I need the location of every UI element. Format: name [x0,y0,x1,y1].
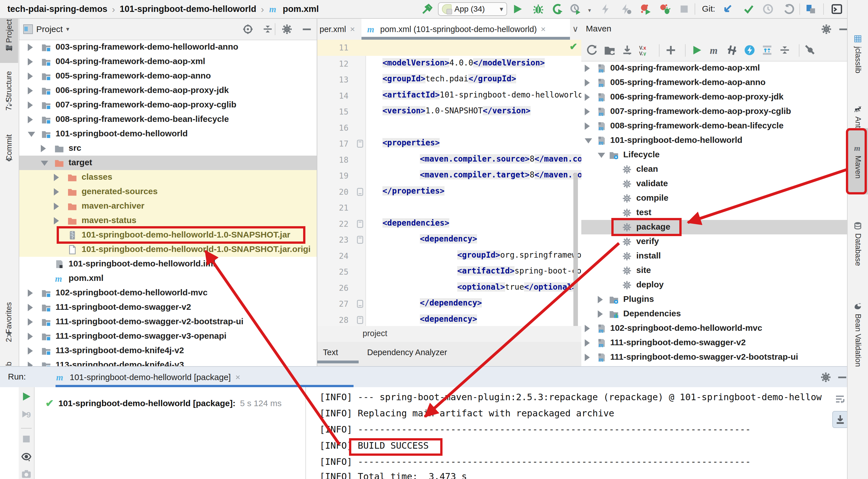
tree-row[interactable]: maven-status [19,213,317,228]
tree-row[interactable]: m111-springboot-demo-swagger-v2-bootstra… [581,350,847,364]
tree-expand-down-icon[interactable] [28,132,35,137]
code-line[interactable]: <properties> [382,138,440,147]
show-versions-button[interactable]: V.xV.y [639,44,650,57]
tree-expand-right-icon[interactable] [585,108,590,115]
tree-row[interactable]: Plugins [581,292,847,307]
collapse-all-button[interactable] [262,24,273,36]
stop-button[interactable] [21,433,32,446]
soft-wrap-button[interactable] [835,393,846,406]
editor-tab-mapper-xml[interactable]: per.xml× [317,19,363,40]
run-tab[interactable]: m101-springboot-demo-helloworld [package… [56,367,240,388]
tree-row[interactable]: 102-springboot-demo-helloworld-mvc [19,286,317,300]
resume-build-button[interactable]: 9 [21,409,32,421]
tree-expand-right-icon[interactable] [54,188,59,196]
tree-expand-right-icon[interactable] [585,93,590,101]
build-button[interactable] [422,3,433,16]
code-line[interactable]: <version>1.0-SNAPSHOT</version> [382,106,531,115]
rerun-debug-lightning-button[interactable] [621,3,632,16]
tree-row[interactable]: 113-springboot-demo-knife4j-v3 [19,358,317,366]
tree-row[interactable]: m008-spring-framework-demo-bean-lifecycl… [581,119,847,133]
execute-goal-button[interactable]: m [709,44,720,57]
skip-tests-button[interactable] [726,44,738,57]
tree-row[interactable]: m007-spring-framework-demo-aop-proxy-cgl… [581,104,847,119]
sidebar-item-jclasslib[interactable]: jclasslib [847,23,868,85]
offline-button[interactable] [744,44,755,57]
run-button[interactable] [512,3,523,16]
fold-marker-end[interactable] [357,300,363,308]
download-sources-button[interactable] [622,44,633,57]
tree-expand-right-icon[interactable] [598,310,603,318]
breadcrumb-item[interactable]: 101-springboot-demo-helloworld [120,4,256,14]
tree-expand-right-icon[interactable] [54,203,59,210]
tree-row[interactable]: m111-springboot-demo-swagger-v2 [581,336,847,350]
run-result-row[interactable]: ✔101-springboot-demo-helloworld [package… [45,397,282,409]
code-line[interactable]: <modelVersion>4.0.0</modelVersion> [382,58,545,67]
tree-expand-down-icon[interactable] [41,161,48,166]
tree-expand-right-icon[interactable] [585,354,590,361]
tree-row[interactable]: 007-spring-framework-demo-aop-proxy-cgli… [19,98,317,112]
tree-expand-right-icon[interactable] [28,72,33,80]
tree-row[interactable]: 003-spring-framework-demo-helloworld-ann… [19,40,317,54]
tree-row[interactable]: target [19,156,317,170]
code-line[interactable]: <maven.compiler.source>8</maven.compiler… [420,154,583,163]
tab-list-button[interactable]: ∨ [572,24,579,34]
code-line[interactable]: <groupId>org.springframework.boot</group… [457,250,583,260]
coverage-button[interactable] [552,3,563,16]
tree-row[interactable]: m006-spring-framework-demo-aop-proxy-jdk [581,90,847,104]
tree-expand-right-icon[interactable] [598,296,603,303]
code-line[interactable]: <optional>true</optional> [457,282,577,292]
generate-sources-button[interactable] [604,44,615,57]
tree-row[interactable]: 004-spring-framework-demo-aop-xml [19,54,317,69]
breadcrumb-item[interactable]: pom.xml [283,4,319,14]
tree-expand-right-icon[interactable] [28,318,33,326]
scroll-to-end-button[interactable] [832,411,847,428]
tree-expand-right-icon[interactable] [585,65,590,72]
rerun-button[interactable] [21,391,32,403]
fold-marker-start[interactable] [357,236,363,244]
profiler-button[interactable] [570,3,581,16]
tree-row[interactable]: m102-springboot-demo-helloworld-mvc [581,321,847,336]
tree-row[interactable]: 111-springboot-demo-swagger-v2-bootstrap… [19,315,317,329]
tree-expand-right-icon[interactable] [28,347,33,355]
code-line[interactable]: <maven.compiler.target>8</maven.compiler… [420,170,583,179]
tree-row[interactable]: 111-springboot-demo-swagger-v3-openapi [19,329,317,343]
tree-expand-right-icon[interactable] [28,362,33,366]
tree-expand-right-icon[interactable] [28,43,33,51]
tree-row[interactable]: 113-springboot-demo-knife4j-v2 [19,343,317,358]
inspection-indicator[interactable]: ✔ [569,41,578,52]
tree-expand-right-icon[interactable] [28,116,33,123]
locate-button[interactable] [243,24,253,36]
tree-row[interactable]: compile [581,191,847,206]
sidebar-item-1-project[interactable]: 1: Project [0,19,18,63]
code-line[interactable]: <dependency> [420,314,477,324]
tree-expand-right-icon[interactable] [54,174,59,181]
fold-marker-start[interactable] [357,316,363,324]
breadcrumb-item[interactable]: tech-pdai-spring-demos [7,4,107,14]
tree-row[interactable]: 101-springboot-demo-helloworld-1.0-SNAPS… [19,242,317,257]
tab-text[interactable]: Text [323,342,338,363]
tree-expand-right-icon[interactable] [54,217,59,224]
close-icon[interactable]: × [350,24,355,34]
sidebar-item-database[interactable]: Database [847,211,868,276]
maven-settings-button[interactable] [821,24,832,36]
run-hide-button[interactable] [837,372,847,384]
run-config-select[interactable]: App (34)▾ [438,2,507,16]
tree-row[interactable]: generated-sources [19,184,317,199]
git-rollback-button[interactable] [783,3,794,16]
editor-scrollbar[interactable] [574,173,578,337]
attach-profiler-button[interactable] [640,3,651,16]
tree-row[interactable]: site [581,263,847,278]
tree-row[interactable]: verify [581,234,847,249]
tree-expand-right-icon[interactable] [28,289,33,297]
code-line[interactable]: <dependencies> [382,218,449,228]
toggle-sync-button[interactable] [762,44,773,57]
tree-expand-right-icon[interactable] [28,333,33,340]
tree-row[interactable]: install [581,249,847,263]
maven-settings-button[interactable] [805,44,816,57]
breadcrumb-project[interactable]: project [363,329,387,338]
tree-row[interactable]: clean [581,162,847,177]
tree-expand-right-icon[interactable] [41,145,46,152]
tree-row[interactable]: deploy [581,278,847,292]
attach-debugger-button[interactable] [659,3,671,16]
close-icon[interactable]: × [541,24,546,34]
